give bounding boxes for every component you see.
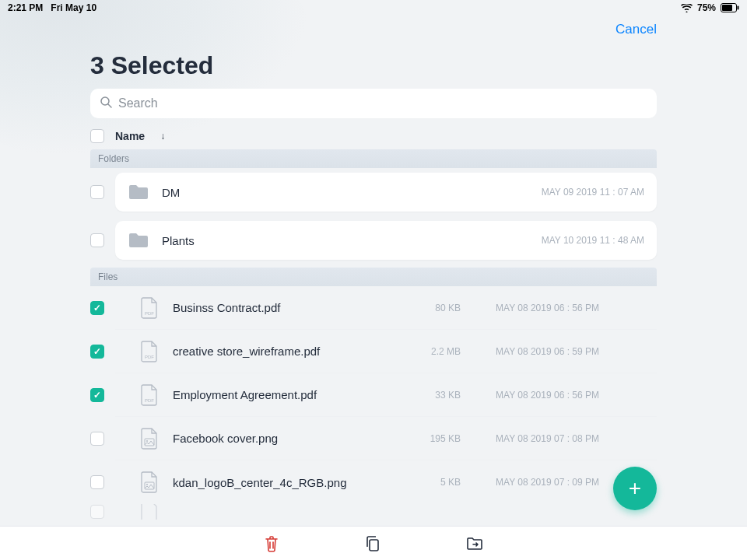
- file-pdf-icon: [140, 504, 159, 520]
- folder-date: MAY 10 2019 11 : 48 AM: [542, 235, 644, 246]
- move-folder-icon: [466, 537, 483, 551]
- folder-name: Plants: [162, 234, 542, 247]
- wifi-icon: [681, 4, 693, 12]
- svg-text:PDF: PDF: [145, 398, 154, 403]
- file-date: MAY 08 2019 07 : 09 PM: [475, 477, 599, 488]
- file-pdf-icon: PDF: [140, 297, 159, 319]
- svg-rect-1: [722, 5, 732, 11]
- sort-arrow-icon[interactable]: ↓: [160, 131, 165, 142]
- file-pdf-icon: PDF: [140, 384, 159, 406]
- battery-percentage: 75%: [697, 2, 716, 13]
- list-item[interactable]: DM MAY 09 2019 11 : 07 AM: [84, 168, 663, 216]
- trash-icon: [264, 535, 279, 552]
- folder-icon: [128, 232, 149, 249]
- svg-rect-8: [145, 439, 154, 446]
- add-button[interactable]: +: [613, 467, 657, 510]
- copy-icon: [365, 535, 381, 552]
- column-header-name[interactable]: Name: [115, 130, 145, 142]
- svg-point-11: [146, 484, 148, 485]
- list-item[interactable]: Facebook cover.png 195 KB MAY 08 2019 07…: [84, 417, 663, 460]
- select-all-checkbox[interactable]: [90, 129, 104, 143]
- file-image-icon: [140, 428, 159, 450]
- delete-button[interactable]: [264, 535, 279, 552]
- folder-card[interactable]: DM MAY 09 2019 11 : 07 AM: [115, 173, 657, 212]
- file-name: Facebook cover.png: [173, 432, 400, 445]
- bottom-toolbar: [0, 526, 747, 560]
- move-button[interactable]: [466, 537, 483, 551]
- file-size: 195 KB: [414, 433, 461, 444]
- list-item[interactable]: [84, 504, 663, 520]
- file-name: kdan_logoB_center_4c_RGB.png: [173, 476, 400, 489]
- folder-name: DM: [162, 186, 542, 199]
- svg-text:PDF: PDF: [145, 311, 154, 316]
- status-time: 2:21 PM: [8, 2, 43, 13]
- row-checkbox[interactable]: [90, 475, 104, 489]
- row-checkbox[interactable]: [90, 505, 104, 519]
- folder-card[interactable]: Plants MAY 10 2019 11 : 48 AM: [115, 221, 657, 260]
- file-size: 2.2 MB: [414, 346, 461, 357]
- file-name: Employment Agreement.pdf: [173, 388, 400, 401]
- file-list: Folders DM MAY 09 2019 11 : 07 AM Plants…: [84, 149, 663, 524]
- search-icon: [100, 96, 112, 111]
- file-image-icon: [140, 471, 159, 493]
- search-bar[interactable]: [90, 89, 657, 118]
- file-size: 80 KB: [414, 303, 461, 313]
- status-bar: 2:21 PM Fri May 10 75%: [0, 0, 747, 16]
- header-actions: Cancel: [615, 22, 657, 37]
- cancel-button[interactable]: Cancel: [615, 22, 657, 37]
- row-checkbox[interactable]: [90, 185, 104, 199]
- svg-rect-2: [738, 6, 739, 10]
- file-pdf-icon: PDF: [140, 341, 159, 362]
- file-date: MAY 08 2019 07 : 08 PM: [475, 433, 599, 444]
- list-item[interactable]: PDF creative store_wireframe.pdf 2.2 MB …: [84, 330, 663, 373]
- section-label: Folders: [98, 153, 129, 164]
- list-header: Name ↓: [90, 129, 657, 143]
- file-name: Businss Contract.pdf: [173, 301, 400, 314]
- svg-text:PDF: PDF: [145, 355, 154, 359]
- svg-point-9: [146, 440, 148, 442]
- list-item[interactable]: PDF Employment Agreement.pdf 33 KB MAY 0…: [84, 373, 663, 417]
- row-checkbox[interactable]: [90, 432, 104, 446]
- battery-icon: [721, 3, 739, 12]
- copy-button[interactable]: [365, 535, 381, 552]
- list-item[interactable]: Plants MAY 10 2019 11 : 48 AM: [84, 216, 663, 264]
- status-date: Fri May 10: [51, 2, 96, 13]
- svg-line-4: [108, 104, 111, 107]
- section-header-folders: Folders: [90, 149, 657, 168]
- svg-rect-12: [370, 540, 378, 551]
- page-title: 3 Selected: [90, 51, 213, 80]
- row-checkbox[interactable]: [90, 301, 104, 315]
- search-input[interactable]: [118, 96, 647, 110]
- file-size: 5 KB: [414, 477, 461, 488]
- row-checkbox[interactable]: [90, 345, 104, 359]
- file-date: MAY 08 2019 06 : 59 PM: [475, 346, 599, 357]
- file-name: creative store_wireframe.pdf: [173, 345, 400, 358]
- plus-icon: +: [629, 476, 641, 501]
- file-date: MAY 08 2019 06 : 56 PM: [475, 390, 599, 401]
- file-size: 33 KB: [414, 390, 461, 401]
- file-date: MAY 08 2019 06 : 56 PM: [475, 303, 599, 313]
- list-item[interactable]: PDF Businss Contract.pdf 80 KB MAY 08 20…: [84, 286, 663, 330]
- list-item[interactable]: kdan_logoB_center_4c_RGB.png 5 KB MAY 08…: [84, 460, 663, 504]
- row-checkbox[interactable]: [90, 388, 104, 402]
- folder-date: MAY 09 2019 11 : 07 AM: [542, 187, 644, 198]
- section-header-files: Files: [90, 268, 657, 286]
- folder-icon: [128, 184, 149, 201]
- row-checkbox[interactable]: [90, 233, 104, 247]
- svg-rect-10: [145, 482, 154, 489]
- section-label: Files: [98, 271, 117, 282]
